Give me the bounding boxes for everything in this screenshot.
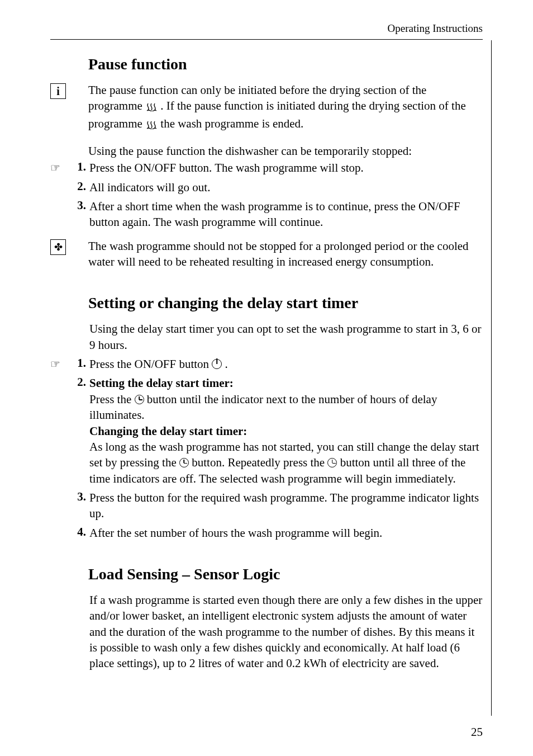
text-fragment: button. Repeatedly press the — [192, 456, 327, 469]
hand-pointer-icon: ☞ — [50, 357, 70, 371]
step-number: 1. — [70, 160, 86, 174]
step-text: After the set number of hours the wash p… — [89, 525, 483, 541]
eco-icon: ✤ — [50, 239, 66, 255]
text-fragment: the wash programme is ended. — [160, 117, 303, 130]
power-icon — [212, 359, 222, 369]
step-number: 3. — [70, 490, 86, 504]
clover-glyph: ✤ — [54, 241, 63, 253]
list-item: ☞ 1. Press the ON/OFF button. The wash p… — [50, 160, 483, 176]
pause-intro: Using the pause function the dishwasher … — [88, 143, 483, 159]
hand-pointer-icon: ☞ — [50, 161, 70, 174]
subheading: Setting the delay start timer: — [89, 376, 234, 390]
clock-icon — [135, 395, 144, 404]
page-header: Operating Instructions — [50, 22, 483, 40]
list-item: 3. Press the button for the required was… — [70, 490, 483, 522]
list-item: 3. After a short time when the wash prog… — [70, 199, 483, 230]
info-block-pause: i The pause function can only be initiat… — [50, 82, 483, 133]
text-fragment: Press the ON/OFF button — [89, 357, 212, 371]
list-item: 2. All indicators will go out. — [70, 179, 483, 195]
list-item: ☞ 1. Press the ON/OFF button . — [50, 356, 483, 372]
step-number: 2. — [70, 375, 86, 389]
clock-icon — [327, 458, 337, 467]
section-title-delay: Setting or changing the delay start time… — [88, 294, 483, 312]
step-text: Setting the delay start timer: Press the… — [89, 375, 483, 486]
load-body: If a wash programme is started even thou… — [89, 592, 483, 672]
clock-icon — [179, 458, 189, 467]
drying-steam-icon — [145, 100, 158, 115]
step-text: Press the ON/OFF button. The wash progra… — [89, 160, 483, 176]
text-fragment: . — [225, 357, 228, 371]
pause-info-text: The pause function can only be initiated… — [88, 82, 483, 133]
vertical-rule — [491, 40, 492, 716]
step-number: 1. — [70, 356, 86, 370]
step-text: After a short time when the wash program… — [89, 199, 483, 230]
step-number: 3. — [70, 199, 86, 212]
page-number: 25 — [471, 725, 483, 739]
subheading: Changing the delay start timer: — [89, 424, 247, 438]
section-title-load: Load Sensing – Sensor Logic — [88, 565, 483, 583]
info-icon: i — [50, 83, 66, 99]
step-text: Press the button for the required wash p… — [89, 490, 483, 522]
drying-steam-icon — [145, 117, 158, 133]
eco-text: The wash programme should not be stopped… — [88, 238, 483, 270]
delay-intro: Using the delay start timer you can opt … — [89, 321, 483, 353]
step-number: 4. — [70, 525, 86, 539]
text-fragment: Press the — [89, 393, 135, 406]
step-text: All indicators will go out. — [89, 179, 483, 195]
info-glyph: i — [56, 85, 60, 98]
list-item: 2. Setting the delay start timer: Press … — [70, 375, 483, 486]
list-item: 4. After the set number of hours the was… — [70, 525, 483, 541]
section-title-pause: Pause function — [88, 55, 483, 73]
eco-block: ✤ The wash programme should not be stopp… — [50, 238, 483, 270]
step-text: Press the ON/OFF button . — [89, 356, 483, 372]
step-number: 2. — [70, 179, 86, 193]
